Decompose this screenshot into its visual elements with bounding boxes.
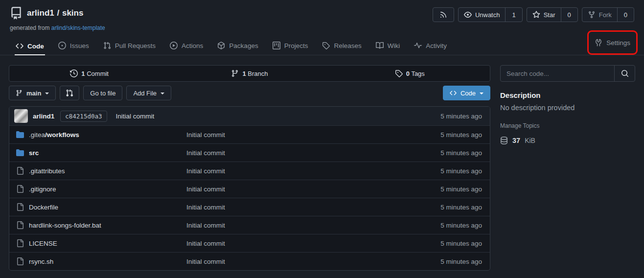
tab-activity[interactable]: Activity	[413, 37, 448, 55]
fork-button[interactable]: Fork	[582, 8, 617, 22]
tag-count-label: Tags	[411, 70, 424, 77]
tab-releases[interactable]: Releases	[321, 37, 362, 55]
tab-packages[interactable]: Packages	[216, 37, 259, 55]
branch-count: 1	[242, 70, 246, 77]
file-commit-time: 5 minutes ago	[407, 185, 485, 193]
forks-count[interactable]: 0	[617, 8, 634, 22]
tab-wiki[interactable]: Wiki	[375, 37, 401, 55]
file-commit-time: 5 minutes ago	[407, 240, 485, 247]
gitea-repo-page: arlind1 / skins generated from arlind/sk…	[0, 0, 644, 271]
unwatch-button[interactable]: Unwatch	[459, 8, 506, 22]
star-label: Star	[544, 11, 555, 19]
repo-separator: /	[57, 8, 59, 18]
tab-code[interactable]: Code	[15, 38, 45, 55]
repo-nav-tabs: Code Issues Pull Requests Actions Packag…	[0, 37, 644, 55]
tab-pull-requests[interactable]: Pull Requests	[102, 37, 157, 55]
commits-link[interactable]: 1 Commit	[9, 66, 169, 81]
file-commit-time: 5 minutes ago	[407, 149, 485, 157]
repo-size-value: 37	[512, 137, 520, 144]
file-link[interactable]: .gitea/workflows	[14, 131, 186, 139]
repo-header: arlind1 / skins generated from arlind/sk…	[0, 0, 644, 31]
commit-author-link[interactable]: arlind1	[33, 113, 54, 120]
play-circle-icon	[170, 42, 178, 49]
tab-projects[interactable]: Projects	[272, 37, 309, 55]
file-icon	[16, 239, 24, 247]
current-branch-label: main	[26, 90, 41, 97]
table-row: hardlink-songs-folder.bat Initial commit…	[9, 216, 490, 234]
file-commit-message-link[interactable]: Initial commit	[186, 131, 407, 139]
tab-actions[interactable]: Actions	[169, 37, 204, 55]
fork-button-group: Fork 0	[582, 7, 634, 22]
add-file-button[interactable]: Add File	[126, 86, 171, 100]
tags-link[interactable]: 0 Tags	[330, 66, 490, 81]
tag-icon	[322, 42, 330, 49]
eye-icon	[464, 11, 472, 19]
repo-name-link[interactable]: skins	[62, 8, 83, 18]
file-commit-message-link[interactable]: Initial commit	[186, 204, 407, 211]
branch-selector[interactable]: main	[9, 86, 56, 100]
stars-count[interactable]: 0	[561, 8, 577, 22]
file-link[interactable]: rsync.sh	[14, 257, 186, 265]
file-link[interactable]: LICENSE	[14, 239, 186, 247]
code-search-box	[500, 65, 635, 82]
compare-button[interactable]	[60, 86, 79, 100]
commit-hash-link[interactable]: c84215d0a3	[60, 111, 107, 122]
file-link[interactable]: src	[14, 149, 186, 157]
history-icon	[70, 70, 78, 77]
star-icon	[532, 11, 540, 19]
repo-title-row: arlind1 / skins	[10, 7, 105, 20]
code-download-button[interactable]: Code	[443, 86, 490, 100]
avatar[interactable]	[14, 109, 28, 123]
file-commit-message-link[interactable]: Initial commit	[186, 185, 407, 193]
add-file-label: Add File	[133, 90, 157, 97]
file-commit-message-link[interactable]: Initial commit	[186, 240, 407, 247]
rss-feed-button[interactable]	[433, 7, 454, 22]
pulse-icon	[414, 42, 422, 49]
chevron-down-icon	[480, 93, 483, 94]
file-icon	[16, 203, 24, 211]
file-commit-message-link[interactable]: Initial commit	[186, 167, 407, 175]
file-table: arlind1 c84215d0a3 Initial commit 5 minu…	[9, 106, 490, 271]
watchers-count[interactable]: 1	[505, 8, 522, 22]
repo-breadcrumb: arlind1 / skins	[27, 8, 83, 18]
table-row: rsync.sh Initial commit 5 minutes ago	[9, 252, 490, 270]
tab-projects-label: Projects	[284, 42, 308, 49]
table-row: src Initial commit 5 minutes ago	[9, 143, 490, 162]
file-commit-time: 5 minutes ago	[407, 222, 485, 229]
star-button[interactable]: Star	[527, 8, 561, 22]
unwatch-label: Unwatch	[475, 11, 500, 19]
branches-link[interactable]: 1 Branch	[169, 66, 329, 81]
file-link[interactable]: .gitattributes	[14, 167, 186, 175]
search-input[interactable]	[501, 66, 614, 81]
file-icon	[16, 221, 24, 229]
tab-issues[interactable]: Issues	[57, 37, 90, 55]
file-link[interactable]: Dockerfile	[14, 203, 186, 211]
commit-count-label: Commit	[87, 70, 109, 77]
template-repo-link[interactable]: arlind/skins-template	[51, 24, 105, 31]
file-commit-message-link[interactable]: Initial commit	[186, 258, 407, 265]
repo-title-block: arlind1 / skins generated from arlind/sk…	[10, 7, 105, 31]
tab-activity-label: Activity	[426, 42, 447, 49]
file-icon	[16, 185, 24, 193]
commit-count: 1	[81, 70, 85, 77]
pull-request-icon	[103, 42, 111, 49]
watch-button-group: Unwatch 1	[458, 7, 523, 22]
tab-settings[interactable]: Settings	[595, 39, 630, 46]
search-button[interactable]	[614, 66, 635, 81]
chevron-down-icon	[45, 93, 49, 94]
go-to-file-button[interactable]: Go to file	[83, 86, 122, 100]
repo-size-unit: KiB	[525, 137, 535, 144]
repo-size: 37 KiB	[500, 137, 635, 144]
code-icon	[450, 90, 457, 96]
description-heading: Description	[500, 91, 635, 99]
manage-topics-link[interactable]: Manage Topics	[500, 122, 635, 129]
file-commit-message-link[interactable]: Initial commit	[186, 222, 407, 229]
go-to-file-label: Go to file	[90, 90, 115, 97]
commit-message-link[interactable]: Initial commit	[116, 113, 436, 120]
file-link[interactable]: .gitignore	[14, 185, 186, 193]
repo-main-column: 1 Commit 1 Branch 0 Tags main	[9, 65, 490, 271]
file-link[interactable]: hardlink-songs-folder.bat	[14, 221, 186, 229]
tab-code-label: Code	[27, 43, 44, 50]
file-commit-message-link[interactable]: Initial commit	[186, 149, 407, 157]
repo-owner-link[interactable]: arlind1	[27, 8, 54, 18]
